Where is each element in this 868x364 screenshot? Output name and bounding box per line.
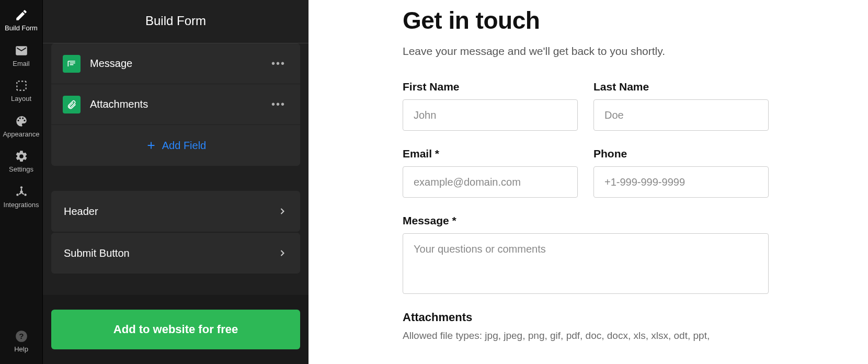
rail-label: Settings <box>9 165 33 174</box>
phone-input[interactable] <box>593 166 769 198</box>
first-name-input[interactable] <box>403 99 578 131</box>
add-field-label: Add Field <box>162 140 207 152</box>
panel-scroll[interactable]: Message ••• Attachments ••• Add Field He… <box>43 43 309 295</box>
sidebar-rail: Build Form Email Layout Appearance Setti… <box>0 0 43 364</box>
first-name-label: First Name <box>403 81 578 93</box>
rail-layout[interactable]: Layout <box>0 74 43 109</box>
message-textarea[interactable] <box>403 233 769 294</box>
rail-label: Build Form <box>5 24 38 32</box>
more-icon[interactable]: ••• <box>268 58 289 70</box>
help-icon: ? <box>15 329 28 343</box>
builder-panel: Build Form Message ••• Attachments ••• <box>43 0 309 364</box>
textarea-icon <box>63 55 81 73</box>
rail-appearance[interactable]: Appearance <box>0 109 43 145</box>
layout-icon <box>15 79 28 93</box>
rail-settings[interactable]: Settings <box>0 144 43 180</box>
pencil-icon <box>15 8 28 22</box>
message-label: Message * <box>403 214 769 227</box>
field-item-message[interactable]: Message ••• <box>51 43 300 84</box>
attachments-help: Allowed file types: jpg, jpeg, png, gif,… <box>403 328 769 344</box>
rail-build-form[interactable]: Build Form <box>0 3 43 39</box>
gear-icon <box>15 150 28 163</box>
hub-icon <box>15 185 28 199</box>
plus-icon <box>145 140 157 151</box>
palette-icon <box>15 115 28 128</box>
svg-point-2 <box>20 186 22 188</box>
field-item-attachments[interactable]: Attachments ••• <box>51 84 300 125</box>
rail-label: Help <box>14 345 28 354</box>
rail-email[interactable]: Email <box>0 39 43 74</box>
svg-point-4 <box>24 194 26 196</box>
email-input[interactable] <box>403 166 578 198</box>
section-label: Submit Button <box>64 247 277 259</box>
panel-footer: Add to website for free <box>43 295 309 364</box>
rail-label: Layout <box>11 95 31 103</box>
panel-title: Build Form <box>43 0 309 43</box>
chevron-right-icon <box>277 206 288 217</box>
field-group: Message ••• Attachments ••• Add Field <box>51 43 300 166</box>
rail-label: Integrations <box>4 201 39 209</box>
email-label: Email * <box>403 147 578 160</box>
form-subtitle: Leave your message and we'll get back to… <box>403 45 769 58</box>
svg-text:?: ? <box>19 332 24 341</box>
phone-label: Phone <box>593 147 769 160</box>
section-header[interactable]: Header <box>51 191 300 232</box>
section-label: Header <box>64 206 277 218</box>
attachments-label: Attachments <box>403 311 769 324</box>
form-title: Get in touch <box>403 6 769 35</box>
field-label: Attachments <box>90 98 268 110</box>
field-label: Message <box>90 58 268 70</box>
add-field-button[interactable]: Add Field <box>51 125 300 166</box>
last-name-label: Last Name <box>593 81 769 93</box>
paperclip-icon <box>63 96 81 113</box>
mail-icon <box>15 44 28 58</box>
section-group: Header Submit Button <box>51 191 300 274</box>
last-name-input[interactable] <box>593 99 769 131</box>
rail-label: Appearance <box>3 130 39 139</box>
rail-help[interactable]: ? Help <box>0 324 43 364</box>
more-icon[interactable]: ••• <box>268 98 289 110</box>
section-submit-button[interactable]: Submit Button <box>51 233 300 274</box>
add-to-website-button[interactable]: Add to website for free <box>51 310 300 349</box>
rail-integrations[interactable]: Integrations <box>0 180 43 215</box>
svg-point-3 <box>16 194 18 196</box>
svg-rect-0 <box>17 82 26 90</box>
chevron-right-icon <box>277 248 288 258</box>
rail-label: Email <box>13 60 30 68</box>
form-preview: Get in touch Leave your message and we'l… <box>309 0 868 364</box>
